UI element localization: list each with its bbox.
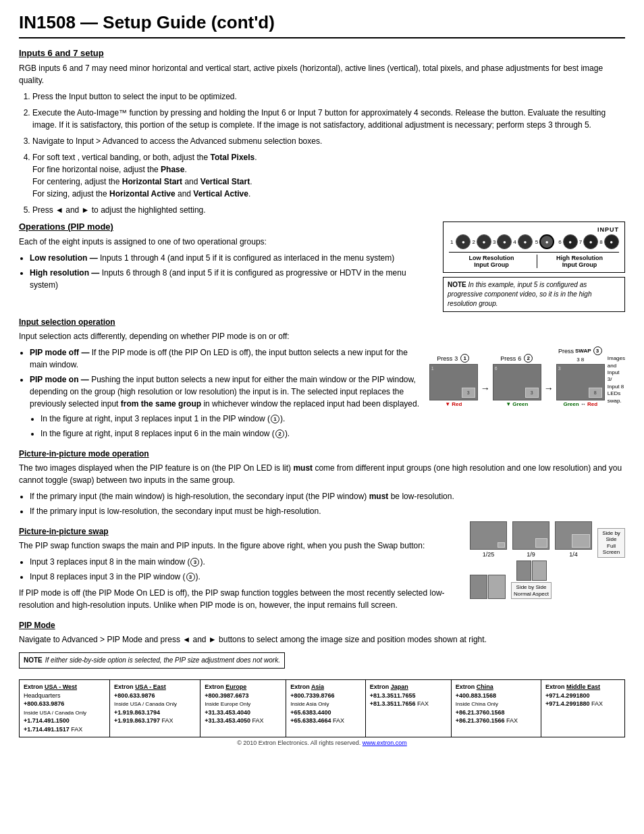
input-group-diagram: INPUT 1 ● 2 ● 3 ● 4 ● 5 ● 6 ● 7 ● 8 <box>443 221 625 273</box>
input-btn-4[interactable]: ● <box>518 234 533 249</box>
pip-mode-heading: PIP Mode <box>19 621 625 630</box>
color-green-1: ▼ Green <box>506 401 528 407</box>
input-btn-3[interactable]: ● <box>497 234 512 249</box>
pip-mode-bullet-2: If the primary input is low-resolution, … <box>30 505 625 517</box>
pip-mode-op-intro: The two images displayed when the PIP fe… <box>19 462 625 486</box>
step-5: Press ◄ and ► to adjust the highlighted … <box>32 204 625 216</box>
pip-screen-2: 3 6 <box>493 364 541 400</box>
pip-swap-row: Picture-in-picture swap The PIP swap fun… <box>19 521 625 615</box>
operations-heading: Operations (PIP mode) <box>19 221 436 232</box>
pip-screen-1: 3 1 <box>429 364 478 400</box>
step-3: Navigate to Input > Advanced to access t… <box>32 135 625 147</box>
operations-right: INPUT 1 ● 2 ● 3 ● 4 ● 5 ● 6 ● 7 ● 8 <box>443 221 625 312</box>
input-btn-8[interactable]: ● <box>604 234 619 249</box>
size-label-1-4: 1/4 <box>569 551 578 558</box>
input-btn-7[interactable]: ● <box>583 234 598 249</box>
inputs-setup-intro: RGB inputs 6 and 7 may need minor horizo… <box>19 62 625 86</box>
operations-section: Operations (PIP mode) Each of the eight … <box>19 221 625 312</box>
press-label-2: Press <box>500 355 516 362</box>
operations-intro: Each of the eight inputs is assigned to … <box>19 236 436 248</box>
operations-left: Operations (PIP mode) Each of the eight … <box>19 221 436 312</box>
pip-steps-row: Press 3 1 3 1 ▼ Red → Press <box>429 346 625 407</box>
pip-sizes-row: 1/25 1/9 1/4 Side b <box>470 521 625 558</box>
high-res-label: High ResolutionInput Group <box>537 255 619 268</box>
pip-step-2: Press 6 2 3 6 ▼ Green <box>493 354 541 407</box>
pip-screen-3: 8 3 <box>556 364 605 400</box>
footer-col-usa-west: Extron USA - West Headquarters +800.633.… <box>20 680 110 737</box>
page-title: IN1508 — Setup Guide (cont'd) <box>19 12 625 38</box>
input-selection-intro: Input selection acts differently, depend… <box>19 330 625 342</box>
pip-swap-bullet-2: Input 8 replaces input 3 in the PIP wind… <box>30 571 463 583</box>
pip-size-1-4: 1/4 <box>555 521 592 558</box>
size-label-1-9: 1/9 <box>527 551 535 558</box>
input-btn-5[interactable]: ● <box>539 234 554 249</box>
led-note: Images andInput 3/Input 8LEDs swap. <box>608 355 625 405</box>
input-selection-heading: Input selection operation <box>19 317 625 327</box>
pip-swap-left: Picture-in-picture swap The PIP swap fun… <box>19 521 463 615</box>
pip-step-1: Press 3 1 3 1 ▼ Red <box>429 354 478 407</box>
footer-col-middle-east: Extron Middle East +971.4.2991800 +971.4… <box>541 680 625 737</box>
press-label-1: Press <box>437 355 452 362</box>
footer-col-usa-east: Extron USA - East +800.633.9876 Inside U… <box>110 680 200 737</box>
sbs-full-box <box>470 575 506 599</box>
page-container: IN1508 — Setup Guide (cont'd) Inputs 6 a… <box>0 0 644 753</box>
arrow-1: → <box>481 383 490 394</box>
step-4: For soft text , vertical banding, or bot… <box>32 151 625 200</box>
input-btn-1[interactable]: ● <box>456 234 471 249</box>
pip-swap-bullets: Input 3 replaces input 8 in the main win… <box>30 556 463 583</box>
input-sel-bullets: PIP mode off — If the PIP mode is off (t… <box>30 346 423 440</box>
pip-swap-bullet-1: Input 3 replaces input 8 in the main win… <box>30 556 463 568</box>
size-label-1-25: 1/25 <box>483 551 495 558</box>
footer-col-europe: Extron Europe +800.3987.6673 Inside Euro… <box>200 680 286 737</box>
side-by-side-row: Side by SideNormal Aspect <box>470 561 625 599</box>
pip-off-bullet: PIP mode off — If the PIP mode is off (t… <box>30 346 423 371</box>
footer-table: Extron USA - West Headquarters +800.633.… <box>19 679 625 737</box>
input-group-note: NOTE In this example, input 5 is configu… <box>443 277 625 312</box>
footer-col-china: Extron China +400.883.1568 Inside China … <box>451 680 541 737</box>
press-label-3: Press <box>558 348 574 355</box>
pip-swap-intro: The PIP swap function swaps the main and… <box>19 540 463 552</box>
footer-row: Extron USA - West Headquarters +800.633.… <box>20 680 625 737</box>
input-sel-left: PIP mode off — If the PIP mode is off (t… <box>19 346 423 444</box>
pip-swap-body: If PIP mode is off (the PIP Mode On LED … <box>19 587 463 611</box>
pip-mode-op-bullets: If the primary input (the main window) i… <box>30 490 625 517</box>
pip-size-diagrams: 1/25 1/9 1/4 Side b <box>470 521 625 600</box>
pip-mode-note: NOTE If either side-by-side option is se… <box>19 652 285 669</box>
inputs-setup-steps: Press the Input button to select the inp… <box>32 90 625 216</box>
pip-mode-body: Navigate to Advanced > PIP Mode and pres… <box>19 633 625 646</box>
pip-diagrams: Press 3 1 3 1 ▼ Red → Press <box>429 346 625 407</box>
op-bullet-2: High resolution — Inputs 6 through 8 (an… <box>30 267 436 291</box>
pip-on-bullet: PIP mode on — Pushing the input button s… <box>30 373 423 440</box>
op-bullet-1: Low resolution — Inputs 1 through 4 (and… <box>30 252 436 264</box>
input-btn-2[interactable]: ● <box>477 234 491 249</box>
footer-copyright: © 2010 Extron Electronics. All rights re… <box>19 739 625 746</box>
sbs-normal-box: Side by SideNormal Aspect <box>511 561 552 599</box>
sub-bullet-2: In the figure at right, input 8 replaces… <box>41 427 423 440</box>
footer-col-japan: Extron Japan +81.3.3511.7655 +81.3.3511.… <box>365 680 451 737</box>
input-btn-6[interactable]: ● <box>563 234 578 249</box>
input-sel-row: PIP mode off — If the PIP mode is off (t… <box>19 346 625 444</box>
step-2: Execute the Auto-Image™ function by pres… <box>32 107 625 131</box>
sbs-normal-label: Side by SideNormal Aspect <box>511 582 552 599</box>
pip-step-3: Press SWAP 3 3 8 8 3 Green ↔ <box>556 346 605 407</box>
pip-mode-bullet-1: If the primary input (the main window) i… <box>30 490 625 502</box>
pip-swap-heading: Picture-in-picture swap <box>19 527 463 536</box>
pip-size-1-25: 1/25 <box>470 521 507 558</box>
sub-bullet-1: In the figure at right, input 3 replaces… <box>41 413 423 425</box>
low-res-label: Low ResolutionInput Group <box>449 255 537 268</box>
footer-website[interactable]: www.extron.com <box>363 739 407 746</box>
inputs-setup-heading: Inputs 6 and 7 setup <box>19 48 625 58</box>
side-by-side-label: Side by SideFull Screen <box>597 528 625 558</box>
color-red-1: ▼ Red <box>445 401 462 407</box>
pip-mode-op-heading: Picture-in-picture mode operation <box>19 449 625 459</box>
operations-bullets: Low resolution — Inputs 1 through 4 (and… <box>30 252 436 291</box>
step-1: Press the Input button to select the inp… <box>32 90 625 103</box>
arrow-2: → <box>544 383 554 394</box>
footer-col-asia: Extron Asia +800.7339.8766 Inside Asia O… <box>286 680 366 737</box>
input-label: INPUT <box>449 226 619 233</box>
pip-size-1-9: 1/9 <box>512 521 549 558</box>
